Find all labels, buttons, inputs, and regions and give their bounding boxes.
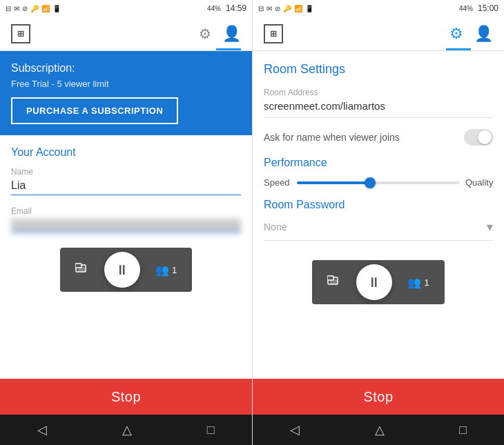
left-stop-button[interactable]: Stop bbox=[0, 379, 252, 415]
right-back-button[interactable]: ◁ bbox=[290, 422, 300, 437]
right-recents-button[interactable]: □ bbox=[459, 423, 467, 437]
email-label: Email bbox=[11, 206, 241, 216]
speed-label: Speed bbox=[264, 177, 291, 188]
email-field-group: Email bbox=[11, 206, 241, 233]
right-notif-icon: ✉ bbox=[266, 5, 272, 12]
left-status-bar: ⊟ ✉ ⊘ 🔑 📶 📱 44% 14:59 bbox=[0, 0, 252, 17]
right-viewer-count: 1 bbox=[424, 277, 429, 288]
password-value: None bbox=[264, 221, 287, 233]
name-field-group: Name Lia bbox=[11, 167, 241, 195]
svg-rect-2 bbox=[75, 264, 81, 268]
left-pause-button[interactable]: ⏸ bbox=[104, 252, 140, 288]
left-viewers-icon[interactable]: 👥 1 bbox=[147, 258, 185, 282]
performance-title: Performance bbox=[264, 157, 493, 169]
slider-fill bbox=[297, 181, 370, 184]
right-settings-content: Room Settings Room Address screenmeet.co… bbox=[253, 51, 504, 257]
no-disturb-icon: ⊘ bbox=[22, 5, 28, 12]
performance-section: Performance Speed Quality bbox=[264, 157, 493, 188]
left-viewer-count: 1 bbox=[172, 265, 177, 275]
wifi-icon: 📶 bbox=[41, 5, 50, 12]
name-label: Name bbox=[11, 167, 241, 177]
password-row: None ▾ bbox=[264, 219, 493, 241]
speed-quality-row: Speed Quality bbox=[264, 177, 493, 188]
left-recents-button[interactable]: □ bbox=[207, 423, 215, 437]
left-screen-share-icon[interactable] bbox=[67, 257, 97, 282]
subscription-banner: Subscription: Free Trial - 5 viewer limi… bbox=[0, 51, 252, 135]
right-content: Room Settings Room Address screenmeet.co… bbox=[253, 51, 504, 379]
purchase-subscription-button[interactable]: PURCHASE A SUBSCRIPTION bbox=[11, 97, 178, 124]
left-status-icons: ⊟ ✉ ⊘ 🔑 📶 📱 bbox=[6, 5, 61, 12]
battery-percent-left: 44% bbox=[207, 5, 221, 12]
right-battery-percent: 44% bbox=[459, 5, 473, 12]
right-status-right: 44% 15:00 bbox=[459, 3, 498, 13]
quality-label: Quality bbox=[465, 177, 493, 188]
right-pause-icon: ⏸ bbox=[367, 275, 381, 290]
left-phone-screen: ⊟ ✉ ⊘ 🔑 📶 📱 44% 14:59 ⊞ ⚙ 👤 Subscription… bbox=[0, 0, 252, 445]
viewer-join-row: Ask for name when viewer joins bbox=[264, 129, 493, 146]
left-nav-bar: ⊞ ⚙ 👤 bbox=[0, 17, 252, 51]
right-toolbar-area: ⏸ 👥 1 bbox=[253, 260, 504, 304]
right-nav-indicator bbox=[446, 48, 471, 50]
key-icon: 🔑 bbox=[30, 5, 39, 12]
password-section: Room Password None ▾ bbox=[264, 199, 493, 241]
right-viewers-icon[interactable]: 👥 1 bbox=[399, 270, 437, 295]
right-logo: ⊞ bbox=[264, 24, 283, 43]
right-phone-screen: ⊟ ✉ ⊘ 🔑 📶 📱 44% 15:00 ⊞ ⚙ 👤 Room Setting… bbox=[252, 0, 504, 445]
left-account-icon[interactable]: 👤 bbox=[222, 25, 241, 43]
left-nav-icons: ⚙ 👤 bbox=[199, 25, 241, 43]
notification-icon: ✉ bbox=[14, 5, 19, 12]
viewer-join-toggle[interactable] bbox=[464, 129, 493, 146]
subscription-title: Subscription: bbox=[11, 62, 241, 75]
room-settings-title: Room Settings bbox=[264, 62, 493, 77]
svg-rect-5 bbox=[327, 276, 333, 280]
your-account-title: Your Account bbox=[11, 146, 241, 159]
right-status-bar: ⊟ ✉ ⊘ 🔑 📶 📱 44% 15:00 bbox=[253, 0, 504, 17]
left-floating-toolbar: ⏸ 👥 1 bbox=[60, 248, 192, 292]
signal-icon: 📱 bbox=[52, 5, 61, 12]
room-address-group: Room Address screenmeet.com/liamartos bbox=[264, 88, 493, 118]
name-value: Lia bbox=[11, 179, 241, 195]
left-content: Subscription: Free Trial - 5 viewer limi… bbox=[0, 51, 252, 379]
slider-thumb bbox=[365, 177, 376, 188]
left-home-button[interactable]: △ bbox=[122, 422, 132, 437]
right-nav-bar: ⊞ ⚙ 👤 bbox=[253, 17, 504, 51]
right-stop-button[interactable]: Stop bbox=[253, 379, 504, 415]
right-wifi-icon: 📶 bbox=[294, 5, 302, 12]
right-account-icon[interactable]: 👤 bbox=[474, 25, 493, 43]
left-back-button[interactable]: ◁ bbox=[37, 422, 47, 437]
right-status-icons: ⊟ ✉ ⊘ 🔑 📶 📱 bbox=[258, 5, 313, 12]
left-nav-buttons: ◁ △ □ bbox=[0, 415, 252, 445]
left-logo: ⊞ bbox=[11, 24, 30, 43]
room-password-title: Room Password bbox=[264, 199, 493, 211]
right-signal-icon: 📱 bbox=[305, 5, 313, 12]
password-dropdown-icon[interactable]: ▾ bbox=[487, 219, 493, 235]
left-toolbar-area: ⏸ 👥 1 bbox=[0, 248, 252, 292]
subscription-subtitle: Free Trial - 5 viewer limit bbox=[11, 79, 241, 89]
left-status-right: 44% 14:59 bbox=[207, 3, 246, 13]
right-pause-button[interactable]: ⏸ bbox=[356, 264, 392, 300]
left-nav-indicator bbox=[216, 48, 241, 50]
room-address-value: screenmeet.com/liamartos bbox=[264, 100, 493, 118]
email-value-blurred bbox=[11, 219, 241, 233]
right-nav-icons: ⚙ 👤 bbox=[449, 25, 493, 43]
right-bluetooth-icon: ⊟ bbox=[258, 5, 264, 12]
viewer-join-label: Ask for name when viewer joins bbox=[264, 132, 400, 143]
performance-slider[interactable] bbox=[297, 181, 460, 184]
right-settings-icon[interactable]: ⚙ bbox=[449, 25, 463, 43]
room-address-label: Room Address bbox=[264, 88, 493, 97]
right-key-icon: 🔑 bbox=[283, 5, 291, 12]
right-screen-share-icon[interactable] bbox=[319, 270, 349, 295]
right-nav-buttons: ◁ △ □ bbox=[253, 415, 504, 445]
right-floating-toolbar: ⏸ 👥 1 bbox=[312, 260, 444, 304]
right-home-button[interactable]: △ bbox=[375, 422, 385, 437]
bluetooth-icon: ⊟ bbox=[6, 5, 11, 12]
right-time: 15:00 bbox=[478, 3, 498, 13]
left-pause-icon: ⏸ bbox=[115, 262, 129, 278]
right-no-disturb-icon: ⊘ bbox=[275, 5, 280, 12]
time-left: 14:59 bbox=[226, 3, 246, 13]
left-settings-icon[interactable]: ⚙ bbox=[199, 26, 211, 42]
account-section: Your Account Name Lia Email bbox=[0, 135, 252, 255]
